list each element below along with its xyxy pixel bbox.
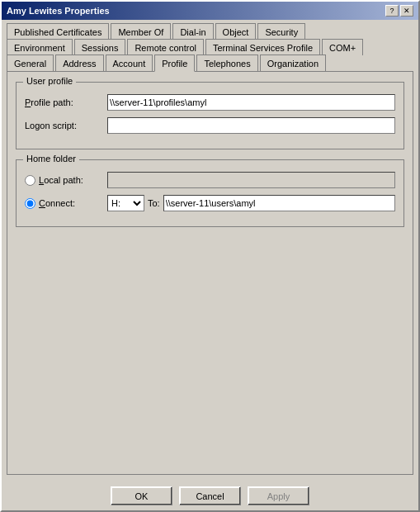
tab-environment[interactable]: Environment xyxy=(7,39,73,55)
connect-path-input[interactable] xyxy=(163,195,395,211)
local-path-input[interactable] xyxy=(107,172,395,188)
home-folder-legend: Home folder xyxy=(23,154,79,164)
tabs-row-3: General Address Account Profile Telephon… xyxy=(7,55,413,71)
tab-organization[interactable]: Organization xyxy=(260,55,326,71)
tab-terminal-services-profile[interactable]: Terminal Services Profile xyxy=(205,39,320,55)
tab-account[interactable]: Account xyxy=(106,55,153,71)
tab-security[interactable]: Security xyxy=(257,23,305,40)
tabs-container: Published Certificates Member Of Dial-in… xyxy=(7,23,413,475)
tab-member-of[interactable]: Member Of xyxy=(111,23,171,40)
tab-panel-profile: User profile Profile path: Logon script: xyxy=(7,71,413,475)
profile-path-row: Profile path: xyxy=(25,94,395,111)
tab-com-plus[interactable]: COM+ xyxy=(322,39,363,55)
title-bar: Amy Lewites Properties ? ✕ xyxy=(2,2,418,20)
help-button[interactable]: ? xyxy=(385,5,399,17)
tab-dial-in[interactable]: Dial-in xyxy=(172,23,213,40)
logon-script-row: Logon script: xyxy=(25,117,395,134)
local-path-row: Local path: xyxy=(25,172,395,188)
content-area: Published Certificates Member Of Dial-in… xyxy=(2,20,418,480)
drive-select[interactable]: H: I: J: K: xyxy=(107,195,144,211)
connect-fields: H: I: J: K: To: xyxy=(107,195,395,211)
cancel-button[interactable]: Cancel xyxy=(179,486,241,505)
home-folder-group: Home folder Local path: Connect: xyxy=(16,159,404,227)
logon-script-label: Logon script: xyxy=(25,121,107,130)
user-profile-group: User profile Profile path: Logon script: xyxy=(16,82,404,149)
tabs-row-1: Published Certificates Member Of Dial-in… xyxy=(7,23,413,39)
tab-address[interactable]: Address xyxy=(55,55,103,71)
tab-profile[interactable]: Profile xyxy=(154,55,195,72)
tab-telephones[interactable]: Telephones xyxy=(196,55,257,71)
to-label: To: xyxy=(148,198,160,208)
tab-object[interactable]: Object xyxy=(215,23,257,40)
tabs-row-2: Environment Sessions Remote control Term… xyxy=(7,39,413,55)
tab-sessions[interactable]: Sessions xyxy=(74,39,126,55)
tab-general[interactable]: General xyxy=(7,55,54,71)
tab-published-certificates[interactable]: Published Certificates xyxy=(7,23,109,40)
logon-script-input[interactable] xyxy=(107,117,395,134)
spacer xyxy=(16,237,404,466)
local-path-radio[interactable] xyxy=(25,175,35,186)
apply-button[interactable]: Apply xyxy=(248,486,309,505)
profile-path-input[interactable] xyxy=(107,94,395,111)
main-window: Amy Lewites Properties ? ✕ Published Cer… xyxy=(0,0,420,512)
local-path-radio-label[interactable]: Local path: xyxy=(25,175,107,186)
title-bar-buttons: ? ✕ xyxy=(385,5,413,17)
connect-radio-label[interactable]: Connect: xyxy=(25,198,107,209)
user-profile-legend: User profile xyxy=(23,76,76,86)
profile-path-label: Profile path: xyxy=(25,97,107,107)
window-title: Amy Lewites Properties xyxy=(7,6,110,16)
bottom-buttons: OK Cancel Apply xyxy=(2,480,418,510)
tab-remote-control[interactable]: Remote control xyxy=(127,39,204,55)
close-button[interactable]: ✕ xyxy=(400,5,413,17)
connect-row: Connect: H: I: J: K: To: xyxy=(25,195,395,211)
connect-radio[interactable] xyxy=(25,198,35,209)
ok-button[interactable]: OK xyxy=(111,486,172,505)
